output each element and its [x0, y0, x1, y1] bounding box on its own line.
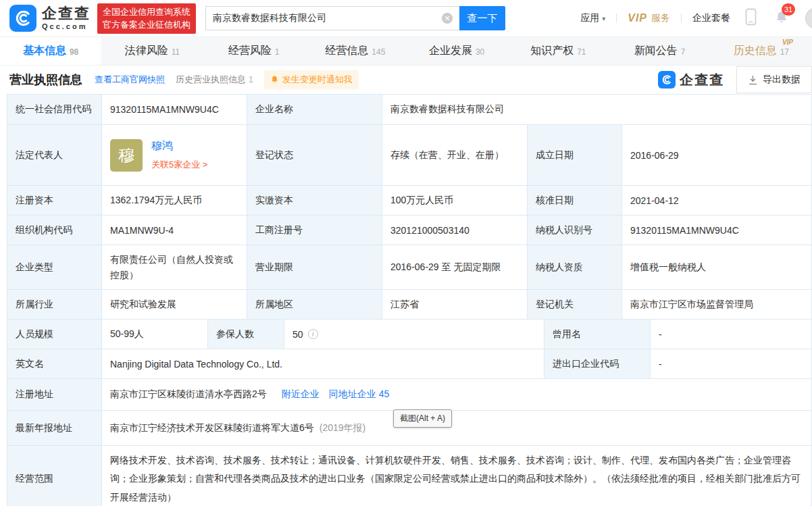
industry-value: 研究和试验发展	[102, 290, 247, 320]
same-address-companies-link[interactable]: 同地址企业 45	[329, 388, 389, 401]
nav-vip-service[interactable]: VIP 服务	[628, 12, 670, 24]
tab-count: 30	[476, 47, 484, 57]
tab-label: 历史信息	[734, 44, 777, 58]
tab-count: 145	[372, 47, 385, 57]
nav-apps[interactable]: 应用 ▾	[580, 12, 605, 24]
taxpayer-quality-label: 纳税人资质	[528, 245, 622, 290]
nav-apps-label: 应用	[580, 12, 599, 24]
address-links: 附近企业 同地址企业 45	[282, 388, 389, 401]
tab-history-info[interactable]: 历史信息17 VIP	[711, 37, 812, 65]
nearby-companies-link[interactable]: 附近企业	[282, 388, 320, 401]
related-companies-link[interactable]: 关联5家企业 >	[151, 159, 207, 171]
notifications-bell[interactable]: 31	[774, 9, 789, 28]
brand-wordmark[interactable]: 企查查 Qcc.com	[42, 6, 91, 30]
section-toolbar-right: 企查查 导出数据	[658, 66, 812, 93]
insured-count-label: 参保人数	[208, 320, 284, 349]
reg-address-value: 南京市江宁区秣陵街道清水亭西路2号 附近企业 同地址企业 45	[102, 379, 812, 411]
reg-authority-value: 南京市江宁区市场监督管理局	[622, 290, 812, 320]
header-nav: 应用 ▾ VIP 服务 企业套餐 31	[580, 0, 812, 36]
legal-rep-avatar[interactable]: 穆	[110, 139, 143, 172]
taxpayer-id-value: 91320115MA1MNW9U4C	[622, 216, 812, 245]
site-header: 企查查 Qcc.com 全国企业信用查询系统 官方备案企业征信机构 ✕ 查一下 …	[0, 0, 812, 37]
history-license-link[interactable]: 历史营业执照信息 1	[176, 74, 253, 86]
credit-code-value: 91320115MA1MNW9U4C	[102, 95, 247, 125]
reg-capital-value: 1362.1794万元人民币	[102, 186, 247, 216]
mobile-app-icon[interactable]	[745, 8, 757, 28]
reg-number-label: 工商注册号	[247, 216, 382, 245]
tab-intellectual-property[interactable]: 知识产权71	[507, 37, 609, 65]
qcc-watermark-text: 企查查	[680, 71, 724, 89]
business-scope-value: 网络技术开发、技术咨询、技术服务、技术转让；通讯设备、计算机软硬件开发、销售、技…	[102, 446, 812, 506]
former-name-label: 曾用名	[544, 320, 651, 349]
legal-rep-value: 穆 穆鸿 关联5家企业 >	[102, 125, 247, 186]
annual-address-text: 南京市江宁经济技术开发区秣陵街道将军大道6号	[110, 422, 314, 434]
business-license-table: 统一社会信用代码 91320115MA1MNW9U4C 企业名称 南京数睿数据科…	[7, 94, 812, 506]
tab-company-development[interactable]: 企业发展30	[406, 37, 507, 65]
tab-count: 98	[70, 47, 78, 57]
brand-name: 企查查	[42, 6, 91, 21]
table-row: 注册地址 南京市江宁区秣陵街道清水亭西路2号 附近企业 同地址企业 45	[7, 379, 812, 411]
area-value: 江苏省	[382, 290, 528, 320]
paid-capital-label: 实缴资本	[247, 186, 382, 216]
section-title: 营业执照信息	[9, 72, 82, 88]
gov-certification-badge: 全国企业信用查询系统 官方备案企业征信机构	[97, 3, 196, 34]
vip-tag: VIP	[782, 39, 793, 46]
tab-news[interactable]: 新闻公告7	[609, 37, 711, 65]
search-input[interactable]	[205, 6, 459, 30]
tab-legal-risk[interactable]: 法律风险11	[101, 37, 203, 65]
table-row: 企业类型 有限责任公司（自然人投资或控股） 营业期限 2016-06-29 至 …	[7, 245, 812, 290]
insured-count-value: 50 i	[284, 320, 544, 349]
tab-operation-risk[interactable]: 经营风险1	[203, 37, 305, 65]
search-button[interactable]: 查一下	[459, 6, 505, 30]
tab-label: 经营风险	[228, 44, 272, 58]
search-clear-icon[interactable]: ✕	[442, 13, 453, 24]
history-license-count: 1	[249, 74, 253, 84]
tab-label: 企业发展	[429, 44, 472, 58]
table-row: 注册资本 1362.1794万元人民币 实缴资本 100万元人民币 核准日期 2…	[7, 186, 812, 216]
nav-enterprise-package[interactable]: 企业套餐	[692, 12, 730, 24]
english-name-label: 英文名	[7, 349, 102, 379]
export-data-label: 导出数据	[763, 74, 801, 86]
change-notify-label: 发生变更时通知我	[282, 74, 353, 86]
tab-count: 7	[681, 47, 686, 57]
former-name-value: -	[651, 320, 812, 349]
legal-rep-info: 穆鸿 关联5家企业 >	[151, 139, 207, 171]
table-row: 法定代表人 穆 穆鸿 关联5家企业 > 登记状态 存续（在营、开业、在册） 成立…	[7, 125, 812, 186]
import-export-value: -	[651, 349, 812, 379]
approval-date-value: 2021-04-12	[622, 186, 812, 216]
change-notify-button[interactable]: 发生变更时通知我	[264, 70, 359, 89]
tab-operation-info[interactable]: 经营信息145	[305, 37, 406, 65]
tab-label: 法律风险	[125, 44, 168, 58]
tab-label: 知识产权	[530, 44, 574, 58]
business-snapshot-link[interactable]: 查看工商官网快照	[95, 74, 165, 86]
qcc-watermark-icon	[658, 71, 676, 88]
org-code-label: 组织机构代码	[7, 216, 102, 245]
annual-report-year: (2019年报)	[320, 422, 365, 434]
table-row: 组织机构代码 MA1MNW9U-4 工商注册号 320121000503140 …	[7, 216, 812, 245]
export-data-button[interactable]: 导出数据	[736, 66, 812, 93]
insured-count-number: 50	[293, 329, 303, 340]
reg-number-value: 320121000503140	[382, 216, 528, 245]
reg-capital-label: 注册资本	[7, 186, 102, 216]
chevron-down-icon: ▾	[602, 15, 605, 22]
reg-address-text: 南京市江宁区秣陵街道清水亭西路2号	[110, 388, 267, 401]
info-icon[interactable]: i	[308, 329, 318, 339]
qcc-logo-icon[interactable]	[9, 5, 36, 32]
tab-basic-info[interactable]: 基本信息98	[0, 37, 101, 65]
reg-address-label: 注册地址	[7, 379, 102, 411]
table-row: 人员规模 50-99人 参保人数 50 i 曾用名 -	[7, 320, 812, 349]
screenshot-tooltip: 截图(Alt + A)	[393, 409, 452, 428]
vip-service-label: 服务	[651, 12, 670, 24]
enterprise-package-label: 企业套餐	[692, 12, 730, 24]
tab-count: 1	[275, 47, 280, 57]
tab-count: 11	[172, 47, 180, 57]
table-row: 英文名 Nanjing Digital Data Technology Co.,…	[7, 349, 812, 379]
establish-date-label: 成立日期	[528, 125, 622, 186]
table-row: 统一社会信用代码 91320115MA1MNW9U4C 企业名称 南京数睿数据科…	[7, 95, 812, 125]
legal-rep-name-link[interactable]: 穆鸿	[151, 139, 207, 153]
gov-badge-line1: 全国企业信用查询系统	[103, 5, 191, 19]
import-export-label: 进出口企业代码	[544, 349, 651, 379]
brand-domain: Qcc.com	[42, 23, 91, 30]
user-avatar[interactable]	[805, 7, 812, 29]
org-code-value: MA1MNW9U-4	[102, 216, 247, 245]
